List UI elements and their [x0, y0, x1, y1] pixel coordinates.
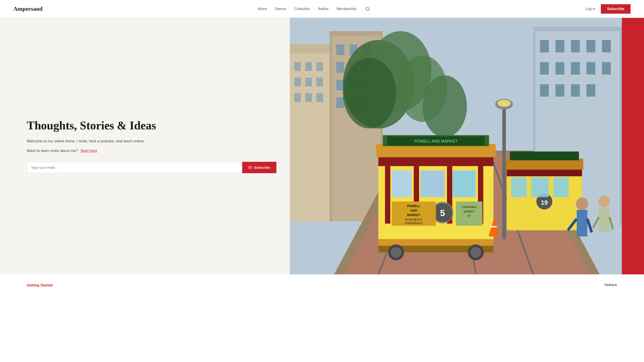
search-button[interactable] — [364, 6, 371, 12]
svg-text:19: 19 — [541, 199, 548, 206]
login-link[interactable]: Log in — [586, 7, 596, 11]
svg-text:POWELL: POWELL — [407, 204, 420, 208]
svg-rect-13 — [305, 93, 312, 102]
hero-description: Welcome to my online home. I write, host… — [27, 138, 276, 144]
svg-rect-35 — [602, 40, 611, 52]
svg-text:FISHERMAN'S: FISHERMAN'S — [405, 222, 422, 225]
svg-text:HYDE-BEACH: HYDE-BEACH — [405, 218, 422, 221]
svg-rect-112 — [490, 226, 497, 228]
svg-rect-96 — [511, 177, 526, 197]
search-icon — [366, 7, 370, 11]
main-nav: About Demos Collection Author Membership — [258, 6, 371, 12]
svg-point-103 — [598, 196, 610, 207]
hero-section: Thoughts, Stories & Ideas Welcome to my … — [0, 18, 644, 274]
nav-membership[interactable]: Membership — [336, 7, 356, 11]
svg-rect-7 — [305, 62, 312, 71]
bottom-section: Getting Started TOPICS — [0, 274, 644, 296]
svg-rect-38 — [571, 62, 580, 74]
nav-demos[interactable]: Demos — [275, 7, 286, 11]
header-actions: Log in Subscribe — [586, 4, 630, 14]
hero-image-area: POWELL AND MARKET 5 POWELL — [290, 18, 644, 274]
svg-point-89 — [470, 247, 481, 258]
svg-rect-42 — [556, 84, 564, 96]
svg-rect-111 — [489, 234, 498, 236]
svg-rect-11 — [316, 77, 323, 86]
svg-text:POWELL AND MARKET: POWELL AND MARKET — [414, 139, 458, 143]
svg-rect-43 — [571, 84, 580, 96]
email-input[interactable] — [27, 162, 242, 173]
svg-text:ST: ST — [467, 215, 471, 218]
svg-rect-37 — [556, 62, 564, 74]
svg-rect-113 — [622, 18, 644, 274]
site-logo[interactable]: Ampersand — [14, 5, 42, 12]
svg-rect-107 — [502, 106, 506, 239]
svg-rect-31 — [540, 40, 549, 52]
svg-rect-32 — [556, 40, 564, 52]
svg-rect-41 — [540, 84, 549, 96]
svg-rect-20 — [336, 62, 344, 73]
svg-line-1 — [368, 9, 369, 10]
svg-rect-80 — [456, 202, 482, 226]
getting-started-link[interactable]: Getting Started — [27, 283, 53, 287]
svg-rect-97 — [531, 177, 549, 197]
hero-cta-text: Want to learn more about me? Start here — [27, 148, 276, 154]
envelope-icon — [248, 166, 252, 169]
svg-rect-70 — [420, 170, 445, 197]
svg-rect-104 — [599, 207, 610, 232]
svg-text:5: 5 — [440, 208, 445, 218]
svg-rect-98 — [553, 177, 569, 197]
svg-rect-9 — [294, 77, 301, 86]
svg-rect-62 — [385, 166, 390, 223]
svg-rect-93 — [510, 151, 579, 160]
site-header: Ampersand About Demos Collection Author … — [0, 0, 644, 18]
svg-rect-44 — [586, 84, 596, 96]
svg-point-99 — [576, 198, 588, 210]
svg-rect-69 — [392, 170, 412, 197]
topics-label: TOPICS — [604, 283, 617, 287]
hero-image: POWELL AND MARKET 5 POWELL — [290, 18, 644, 274]
header-subscribe-button[interactable]: Subscribe — [601, 4, 630, 14]
svg-point-109 — [498, 100, 511, 107]
svg-rect-17 — [336, 44, 344, 55]
svg-rect-34 — [586, 40, 596, 52]
svg-rect-10 — [305, 77, 312, 86]
svg-rect-40 — [602, 62, 611, 74]
svg-rect-39 — [586, 62, 596, 74]
hero-scene-svg: POWELL AND MARKET 5 POWELL — [290, 18, 644, 274]
svg-text:AND: AND — [410, 209, 417, 212]
svg-rect-12 — [294, 93, 301, 102]
hero-content: Thoughts, Stories & Ideas Welcome to my … — [0, 18, 290, 274]
svg-rect-36 — [540, 62, 549, 74]
svg-rect-8 — [316, 62, 323, 71]
svg-rect-68 — [453, 170, 476, 197]
subscribe-form: Subscribe — [27, 162, 276, 173]
start-here-link[interactable]: Start here — [80, 149, 97, 153]
svg-point-47 — [343, 58, 396, 128]
svg-point-87 — [391, 247, 402, 258]
svg-point-49 — [398, 55, 447, 122]
nav-collection[interactable]: Collection — [294, 7, 310, 11]
nav-about[interactable]: About — [258, 7, 267, 11]
hero-title: Thoughts, Stories & Ideas — [27, 119, 276, 132]
svg-rect-56 — [378, 155, 494, 244]
svg-rect-33 — [571, 40, 580, 52]
svg-text:MARKET: MARKET — [407, 213, 420, 217]
svg-rect-14 — [316, 93, 323, 102]
svg-rect-100 — [577, 210, 588, 236]
svg-rect-6 — [294, 62, 301, 71]
subscribe-form-button[interactable]: Subscribe — [242, 162, 276, 173]
svg-text:MARKET: MARKET — [464, 210, 474, 213]
nav-author[interactable]: Author — [318, 7, 328, 11]
svg-rect-26 — [336, 97, 344, 108]
svg-text:TURNTABLE: TURNTABLE — [461, 206, 477, 209]
